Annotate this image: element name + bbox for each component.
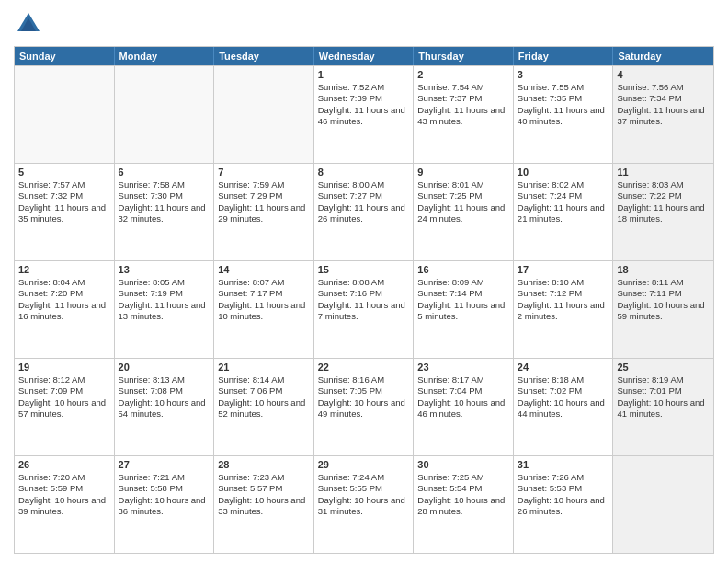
calendar-row-3: 19Sunrise: 8:12 AMSunset: 7:09 PMDayligh…: [15, 358, 713, 455]
daylight-text: Daylight: 10 hours and 41 minutes.: [617, 397, 710, 420]
sunset-text: Sunset: 7:35 PM: [518, 93, 609, 104]
header-day-sunday: Sunday: [15, 47, 115, 65]
day-number: 26: [18, 459, 110, 470]
sunset-text: Sunset: 7:39 PM: [318, 93, 410, 104]
sunrise-text: Sunrise: 7:59 AM: [218, 179, 310, 190]
calendar: SundayMondayTuesdayWednesdayThursdayFrid…: [14, 46, 714, 554]
cal-cell-21: 21Sunrise: 8:14 AMSunset: 7:06 PMDayligh…: [214, 359, 314, 455]
day-number: 15: [318, 264, 410, 275]
daylight-text: Daylight: 11 hours and 35 minutes.: [18, 202, 110, 225]
day-number: 7: [218, 167, 310, 178]
sunset-text: Sunset: 7:24 PM: [518, 190, 609, 201]
sunset-text: Sunset: 7:04 PM: [417, 385, 509, 396]
sunrise-text: Sunrise: 8:19 AM: [617, 374, 710, 385]
sunset-text: Sunset: 7:27 PM: [318, 190, 410, 201]
sunrise-text: Sunrise: 8:16 AM: [318, 374, 410, 385]
sunset-text: Sunset: 7:11 PM: [617, 288, 710, 299]
sunset-text: Sunset: 7:34 PM: [617, 93, 710, 104]
sunrise-text: Sunrise: 8:01 AM: [417, 179, 509, 190]
header-day-tuesday: Tuesday: [214, 47, 314, 65]
cal-cell-11: 11Sunrise: 8:03 AMSunset: 7:22 PMDayligh…: [613, 164, 713, 260]
daylight-text: Daylight: 11 hours and 16 minutes.: [18, 300, 110, 323]
calendar-row-2: 12Sunrise: 8:04 AMSunset: 7:20 PMDayligh…: [15, 260, 713, 358]
day-number: 23: [417, 362, 509, 373]
day-number: 4: [617, 69, 710, 80]
daylight-text: Daylight: 10 hours and 44 minutes.: [518, 397, 609, 420]
sunrise-text: Sunrise: 7:54 AM: [417, 82, 509, 93]
daylight-text: Daylight: 11 hours and 43 minutes.: [417, 105, 509, 128]
sunrise-text: Sunrise: 7:55 AM: [518, 82, 609, 93]
sunset-text: Sunset: 7:20 PM: [18, 288, 110, 299]
header-day-friday: Friday: [514, 47, 614, 65]
logo: [14, 9, 47, 39]
day-number: 6: [119, 167, 210, 178]
sunset-text: Sunset: 7:08 PM: [119, 385, 210, 396]
calendar-row-1: 5Sunrise: 7:57 AMSunset: 7:32 PMDaylight…: [15, 163, 713, 260]
sunrise-text: Sunrise: 7:21 AM: [119, 472, 210, 483]
cal-cell-20: 20Sunrise: 8:13 AMSunset: 7:08 PMDayligh…: [115, 359, 215, 455]
cal-cell-22: 22Sunrise: 8:16 AMSunset: 7:05 PMDayligh…: [314, 359, 415, 455]
cal-cell-9: 9Sunrise: 8:01 AMSunset: 7:25 PMDaylight…: [414, 164, 514, 260]
cal-cell-28: 28Sunrise: 7:23 AMSunset: 5:57 PMDayligh…: [214, 456, 314, 553]
sunset-text: Sunset: 7:17 PM: [218, 288, 310, 299]
day-number: 11: [617, 167, 710, 178]
sunset-text: Sunset: 7:29 PM: [218, 190, 310, 201]
cal-cell-16: 16Sunrise: 8:09 AMSunset: 7:14 PMDayligh…: [414, 261, 514, 358]
sunset-text: Sunset: 5:58 PM: [119, 483, 210, 494]
header: [14, 9, 714, 39]
daylight-text: Daylight: 11 hours and 37 minutes.: [617, 105, 710, 128]
daylight-text: Daylight: 10 hours and 39 minutes.: [18, 495, 110, 518]
sunrise-text: Sunrise: 8:18 AM: [518, 374, 609, 385]
sunrise-text: Sunrise: 7:26 AM: [518, 472, 609, 483]
day-number: 28: [218, 459, 310, 470]
header-day-monday: Monday: [115, 47, 215, 65]
cal-cell-15: 15Sunrise: 8:08 AMSunset: 7:16 PMDayligh…: [314, 261, 415, 358]
day-number: 20: [119, 362, 210, 373]
cal-cell-12: 12Sunrise: 8:04 AMSunset: 7:20 PMDayligh…: [15, 261, 115, 358]
sunset-text: Sunset: 5:59 PM: [18, 483, 110, 494]
sunset-text: Sunset: 7:19 PM: [119, 288, 210, 299]
cal-cell-1: 1Sunrise: 7:52 AMSunset: 7:39 PMDaylight…: [314, 66, 415, 163]
daylight-text: Daylight: 10 hours and 59 minutes.: [617, 300, 710, 323]
daylight-text: Daylight: 10 hours and 52 minutes.: [218, 397, 310, 420]
day-number: 21: [218, 362, 310, 373]
cal-cell-empty-0-1: [115, 66, 215, 163]
sunset-text: Sunset: 7:16 PM: [318, 288, 410, 299]
sunrise-text: Sunrise: 8:17 AM: [417, 374, 509, 385]
header-day-wednesday: Wednesday: [314, 47, 415, 65]
sunrise-text: Sunrise: 8:07 AM: [218, 277, 310, 288]
cal-cell-30: 30Sunrise: 7:25 AMSunset: 5:54 PMDayligh…: [414, 456, 514, 553]
daylight-text: Daylight: 10 hours and 57 minutes.: [18, 397, 110, 420]
daylight-text: Daylight: 10 hours and 26 minutes.: [518, 495, 609, 518]
sunrise-text: Sunrise: 8:05 AM: [119, 277, 210, 288]
daylight-text: Daylight: 11 hours and 32 minutes.: [119, 202, 210, 225]
header-day-saturday: Saturday: [613, 47, 713, 65]
sunset-text: Sunset: 7:01 PM: [617, 385, 710, 396]
logo-icon: [14, 9, 43, 39]
sunset-text: Sunset: 7:14 PM: [417, 288, 509, 299]
day-number: 19: [18, 362, 110, 373]
sunset-text: Sunset: 5:55 PM: [318, 483, 410, 494]
daylight-text: Daylight: 11 hours and 21 minutes.: [518, 202, 609, 225]
sunrise-text: Sunrise: 8:08 AM: [318, 277, 410, 288]
day-number: 17: [518, 264, 609, 275]
calendar-header: SundayMondayTuesdayWednesdayThursdayFrid…: [15, 47, 713, 65]
sunrise-text: Sunrise: 8:13 AM: [119, 374, 210, 385]
sunset-text: Sunset: 5:54 PM: [417, 483, 509, 494]
sunset-text: Sunset: 7:30 PM: [119, 190, 210, 201]
sunset-text: Sunset: 7:12 PM: [518, 288, 609, 299]
sunrise-text: Sunrise: 8:00 AM: [318, 179, 410, 190]
day-number: 10: [518, 167, 609, 178]
cal-cell-empty-0-0: [15, 66, 115, 163]
sunset-text: Sunset: 7:25 PM: [417, 190, 509, 201]
daylight-text: Daylight: 10 hours and 36 minutes.: [119, 495, 210, 518]
sunset-text: Sunset: 5:57 PM: [218, 483, 310, 494]
sunrise-text: Sunrise: 7:25 AM: [417, 472, 509, 483]
daylight-text: Daylight: 10 hours and 46 minutes.: [417, 397, 509, 420]
sunset-text: Sunset: 7:32 PM: [18, 190, 110, 201]
daylight-text: Daylight: 11 hours and 10 minutes.: [218, 300, 310, 323]
cal-cell-10: 10Sunrise: 8:02 AMSunset: 7:24 PMDayligh…: [514, 164, 614, 260]
day-number: 27: [119, 459, 210, 470]
daylight-text: Daylight: 10 hours and 33 minutes.: [218, 495, 310, 518]
daylight-text: Daylight: 10 hours and 31 minutes.: [318, 495, 410, 518]
